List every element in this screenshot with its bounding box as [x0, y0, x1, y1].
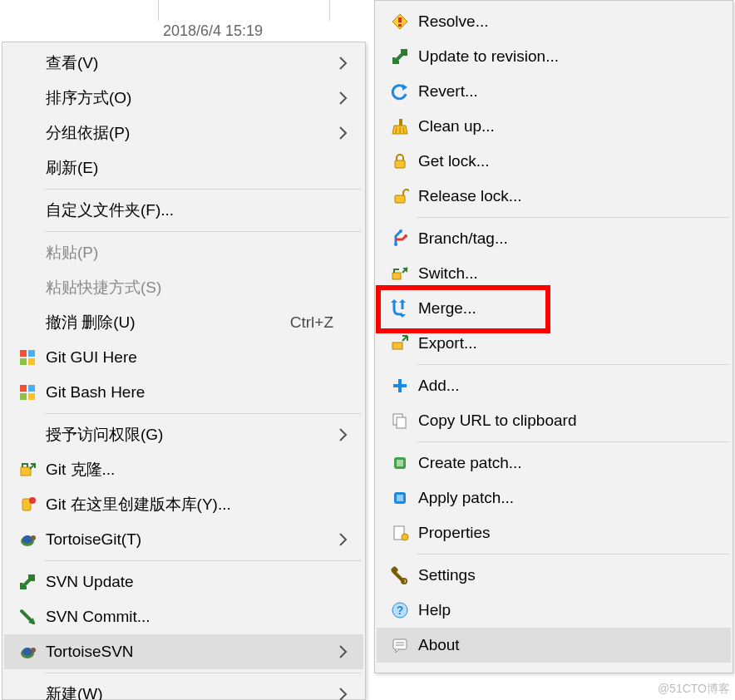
icon-empty	[12, 270, 42, 305]
menu-item-svn-commit[interactable]: SVN Commit...	[4, 599, 363, 634]
create-patch-icon	[385, 446, 415, 481]
svg-rect-42	[397, 417, 406, 428]
menu-item-g[interactable]: 授予访问权限(G)	[4, 417, 363, 452]
svg-point-10	[29, 497, 36, 504]
menu-item-w[interactable]: 新建(W)	[4, 677, 363, 700]
menu-item-label: Help	[415, 601, 721, 619]
menu-item-apply-patch[interactable]: Apply patch...	[377, 481, 731, 515]
icon-empty	[12, 235, 42, 270]
submenu-arrow-icon	[338, 56, 353, 71]
menu-item-copy-url-to-clipboard[interactable]: Copy URL to clipboard	[377, 403, 731, 438]
menu-item-release-lock[interactable]: Release lock...	[377, 179, 731, 214]
menu-item-switch[interactable]: Switch...	[377, 256, 731, 291]
svg-rect-29	[395, 195, 405, 203]
svg-rect-1	[28, 350, 35, 357]
menu-item-label: Get lock...	[415, 152, 721, 170]
svg-point-48	[402, 534, 408, 540]
menu-item-git-gui-here[interactable]: Git GUI Here	[4, 340, 363, 375]
menu-item-git[interactable]: Git 克隆...	[4, 452, 363, 487]
menu-item-s: 粘贴快捷方式(S)	[4, 270, 363, 305]
menu-item-e[interactable]: 刷新(E)	[4, 150, 363, 185]
menu-item-label: 查看(V)	[42, 52, 338, 74]
file-row-fragment: 2018/6/4 15:19	[0, 0, 374, 42]
menu-item-shortcut: Ctrl+Z	[290, 313, 353, 332]
submenu-arrow-icon	[338, 687, 353, 700]
switch-icon	[385, 256, 415, 291]
menu-item-tortoisegit-t[interactable]: TortoiseGit(T)	[4, 522, 363, 557]
svg-rect-28	[395, 160, 405, 168]
menu-item-p[interactable]: 分组依据(P)	[4, 116, 363, 150]
file-date: 2018/6/4 15:19	[163, 22, 263, 40]
merge-icon	[385, 291, 415, 326]
menu-item-update-to-revision[interactable]: Update to revision...	[377, 39, 731, 74]
svg-rect-20	[398, 17, 402, 22]
menu-item-label: 授予访问权限(G)	[42, 424, 338, 446]
menu-item-p: 粘贴(P)	[4, 235, 363, 270]
menu-item-settings[interactable]: Settings	[377, 558, 731, 593]
menu-item-label: Update to revision...	[415, 47, 721, 66]
menu-item-get-lock[interactable]: Get lock...	[377, 144, 731, 179]
menu-item-svn-update[interactable]: SVN Update	[4, 564, 363, 599]
menu-item-label: Clean up...	[415, 117, 721, 136]
svg-point-18	[31, 648, 36, 653]
context-menu-main: 查看(V)排序方式(O)分组依据(P)刷新(E)自定义文件夹(F)...粘贴(P…	[2, 42, 366, 700]
menu-item-f[interactable]: 自定义文件夹(F)...	[4, 193, 363, 228]
menu-item-o[interactable]: 排序方式(O)	[4, 81, 363, 116]
svn-update-icon	[12, 564, 42, 599]
icon-empty	[12, 81, 42, 116]
menu-item-v[interactable]: 查看(V)	[4, 46, 363, 81]
svg-rect-7	[28, 393, 35, 400]
svg-rect-38	[392, 343, 402, 349]
svg-rect-21	[398, 24, 402, 27]
update-rev-icon	[385, 39, 415, 74]
svg-point-12	[22, 535, 32, 544]
menu-item-help[interactable]: ?Help	[377, 593, 731, 628]
menu-item-resolve[interactable]: Resolve...	[377, 4, 731, 39]
svg-rect-3	[28, 358, 35, 365]
svg-rect-2	[20, 358, 27, 365]
apply-patch-icon	[385, 481, 415, 515]
svg-rect-4	[20, 385, 27, 392]
menu-item-export[interactable]: Export...	[377, 326, 731, 361]
submenu-arrow-icon	[338, 532, 353, 547]
menu-item-merge[interactable]: Merge...	[377, 291, 731, 326]
menu-item-add[interactable]: Add...	[377, 368, 731, 403]
menu-item-create-patch[interactable]: Create patch...	[377, 446, 731, 481]
menu-item-git-bash-here[interactable]: Git Bash Here	[4, 375, 363, 410]
menu-item-label: SVN Update	[42, 573, 353, 591]
menu-item-label: Export...	[415, 334, 721, 352]
svg-rect-46	[397, 495, 403, 501]
copy-icon	[385, 403, 415, 438]
svg-point-31	[399, 229, 402, 233]
menu-item-about[interactable]: About	[377, 628, 731, 663]
menu-item-label: 刷新(E)	[42, 157, 353, 179]
menu-item-label: 粘贴(P)	[42, 242, 353, 264]
menu-item-u[interactable]: 撤消 删除(U)Ctrl+Z	[4, 305, 363, 340]
submenu-arrow-icon	[338, 126, 353, 140]
menu-item-revert[interactable]: Revert...	[377, 74, 731, 109]
menu-item-clean-up[interactable]: Clean up...	[377, 109, 731, 144]
svg-marker-36	[391, 299, 397, 303]
menu-item-label: 排序方式(O)	[42, 87, 338, 109]
menu-item-label: Revert...	[415, 82, 721, 101]
menu-item-git-y[interactable]: Git 在这里创建版本库(Y)...	[4, 487, 363, 522]
menu-item-tortoisesvn[interactable]: TortoiseSVN	[4, 634, 363, 669]
menu-item-label: 自定义文件夹(F)...	[42, 200, 353, 221]
menu-item-label: About	[415, 636, 721, 654]
tortoisesvn-icon	[12, 634, 42, 669]
menu-item-branch-tag[interactable]: Branch/tag...	[377, 221, 731, 256]
menu-item-label: Git 克隆...	[42, 459, 353, 481]
svg-rect-40	[393, 384, 407, 387]
help-icon: ?	[385, 593, 415, 628]
menu-item-properties[interactable]: Properties	[377, 515, 731, 550]
svg-marker-23	[402, 84, 407, 91]
menu-item-label: 撤消 删除(U)	[42, 312, 290, 333]
svg-point-13	[31, 535, 36, 540]
icon-empty	[12, 150, 42, 185]
svg-rect-6	[20, 393, 27, 400]
menu-item-label: 新建(W)	[42, 683, 338, 700]
menu-item-label: Git 在这里创建版本库(Y)...	[42, 494, 353, 515]
icon-empty	[12, 677, 42, 700]
tortoisegit-icon	[12, 522, 42, 557]
svg-rect-44	[397, 460, 403, 466]
